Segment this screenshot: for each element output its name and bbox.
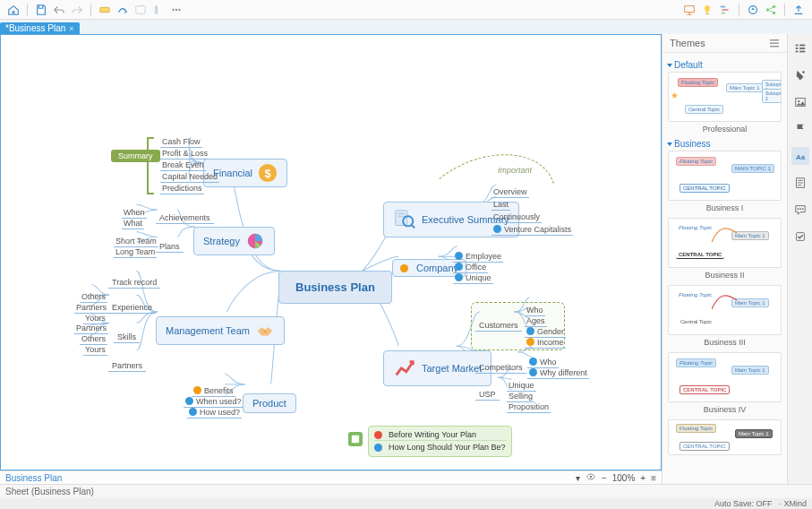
- subtopic[interactable]: Track record: [108, 278, 160, 289]
- leaf[interactable]: Employee: [453, 252, 503, 263]
- summary-badge[interactable]: Summary: [111, 150, 160, 162]
- leaf[interactable]: Continuously: [491, 212, 542, 223]
- leaf[interactable]: Proposition: [507, 402, 551, 413]
- theme-caption: Professional: [668, 125, 782, 134]
- leaf[interactable]: Ages: [525, 316, 547, 327]
- leaf[interactable]: Overview: [491, 187, 529, 198]
- theme-card-professional[interactable]: ★ Floating Topic Main Topic 1 Subtopic 1…: [668, 72, 782, 122]
- leaf[interactable]: Office: [453, 263, 488, 273]
- task-icon[interactable]: [791, 228, 809, 246]
- svg-rect-29: [799, 47, 805, 49]
- leaf[interactable]: Who: [525, 306, 545, 316]
- subtopic[interactable]: Plans: [156, 242, 184, 253]
- section-business[interactable]: Business: [668, 139, 782, 149]
- theme-card-business-1[interactable]: Floating Topic MAIN TOPIC 1 CENTRAL TOPI…: [668, 151, 782, 201]
- leaf[interactable]: Benefits: [192, 386, 235, 397]
- leaf[interactable]: Who: [527, 358, 559, 368]
- leaf[interactable]: Long Team: [114, 247, 157, 258]
- topic-strategy[interactable]: Strategy: [193, 227, 275, 255]
- topic-product[interactable]: Product: [243, 393, 296, 413]
- leaf[interactable]: Last: [491, 200, 510, 211]
- svg-point-22: [590, 476, 592, 478]
- flag-icon[interactable]: [791, 120, 809, 138]
- svg-rect-28: [795, 47, 798, 49]
- summary-bracket-icon[interactable]: [150, 2, 167, 18]
- floating-notes[interactable]: Before Writing Your Plan How Long Should…: [368, 426, 512, 457]
- idea-icon[interactable]: [699, 2, 715, 18]
- sync-icon[interactable]: [745, 2, 761, 18]
- topic-management[interactable]: Management Team: [156, 316, 285, 345]
- section-default[interactable]: Default: [668, 60, 782, 70]
- themes-icon[interactable]: Aa: [791, 147, 809, 165]
- image-icon[interactable]: [791, 93, 809, 111]
- leaf[interactable]: What: [122, 219, 144, 229]
- document-tab[interactable]: *Business Plan ×: [0, 22, 80, 34]
- leaf[interactable]: Predictions: [160, 184, 204, 194]
- leaf[interactable]: Others: [80, 334, 107, 345]
- leaf[interactable]: How used?: [187, 408, 242, 418]
- leaf[interactable]: Venture Capitalists: [491, 225, 573, 236]
- theme-card-business-5[interactable]: Floating Topic Main Topic 1 CENTRAL TOPI…: [668, 419, 782, 455]
- redo-icon[interactable]: [69, 2, 85, 18]
- filter-icon[interactable]: ▾: [576, 473, 580, 483]
- theme-card-business-4[interactable]: Floating Topic Main Topic 1 CENTRAL TOPI…: [668, 352, 782, 402]
- save-icon[interactable]: [33, 2, 49, 18]
- leaf[interactable]: Profit & Loss: [160, 149, 209, 160]
- leaf[interactable]: Cash Flow: [160, 137, 202, 148]
- zoom-out-button[interactable]: −: [602, 473, 607, 483]
- leaf[interactable]: Why different: [527, 368, 589, 379]
- chevron-down-icon: [667, 142, 672, 146]
- marker-icon: [400, 264, 408, 272]
- central-topic[interactable]: Business Plan: [278, 271, 392, 304]
- subtopic[interactable]: Partners: [108, 361, 146, 372]
- subtopic[interactable]: Achievements: [156, 213, 214, 224]
- fit-icon[interactable]: ≡: [651, 473, 656, 483]
- leaf[interactable]: When used?: [184, 397, 244, 408]
- subtopic[interactable]: Experience: [108, 303, 156, 314]
- leaf[interactable]: Break Even: [160, 160, 206, 171]
- export-icon[interactable]: [791, 2, 807, 18]
- leaf[interactable]: Capital Needed: [160, 172, 219, 183]
- central-topic-label: Business Plan: [295, 280, 375, 294]
- leaf[interactable]: Yours: [83, 345, 107, 356]
- svg-rect-5: [685, 5, 695, 12]
- home-icon[interactable]: [5, 2, 21, 18]
- leaf[interactable]: Gender: [525, 327, 566, 338]
- zoom-in-button[interactable]: +: [640, 473, 645, 483]
- topic-label: Target Market: [422, 363, 482, 374]
- topic-icon[interactable]: [97, 2, 113, 18]
- leaf[interactable]: Partners: [74, 303, 108, 314]
- mindmap-canvas[interactable]: Business Plan Financial $ Summary Cash F…: [0, 34, 662, 470]
- gantt-icon[interactable]: [717, 2, 733, 18]
- leaf[interactable]: Short Team: [114, 237, 158, 247]
- leaf[interactable]: Unique: [453, 273, 493, 284]
- subtopic[interactable]: Customers: [475, 321, 522, 332]
- boundary-icon[interactable]: [132, 2, 149, 18]
- leaf[interactable]: Unique: [507, 381, 536, 392]
- subtopic[interactable]: Competitors: [475, 363, 526, 374]
- comments-icon[interactable]: [791, 201, 809, 219]
- close-icon[interactable]: ×: [69, 24, 73, 33]
- relationship-icon[interactable]: [115, 2, 131, 18]
- note-icon[interactable]: [348, 432, 363, 446]
- subtopic[interactable]: USP: [475, 390, 500, 401]
- marker-icon[interactable]: [791, 66, 809, 84]
- leaf[interactable]: Income: [525, 338, 566, 349]
- panel-menu-icon[interactable]: [769, 38, 780, 48]
- leaf[interactable]: Partners: [74, 324, 108, 334]
- subtopic[interactable]: Skills: [114, 332, 140, 343]
- presentation-icon[interactable]: [681, 2, 697, 18]
- leaf[interactable]: Others: [80, 292, 107, 303]
- theme-card-business-2[interactable]: Floating Topic Main Topic 1 CENTRAL TOPI…: [668, 218, 782, 268]
- leaf[interactable]: When: [122, 208, 147, 219]
- sheet-link[interactable]: Business Plan: [5, 473, 62, 483]
- leaf[interactable]: Selling: [507, 392, 534, 402]
- undo-icon[interactable]: [51, 2, 67, 18]
- theme-card-business-3[interactable]: Floating Topic Main Topic 1 Central Topi…: [668, 285, 782, 335]
- eye-icon[interactable]: [585, 471, 596, 484]
- share-icon[interactable]: [763, 2, 779, 18]
- outline-icon[interactable]: [791, 39, 809, 57]
- sheet-tab[interactable]: Sheet (Business Plan): [5, 487, 94, 496]
- notes-icon[interactable]: [791, 174, 809, 192]
- more-icon[interactable]: [168, 2, 184, 18]
